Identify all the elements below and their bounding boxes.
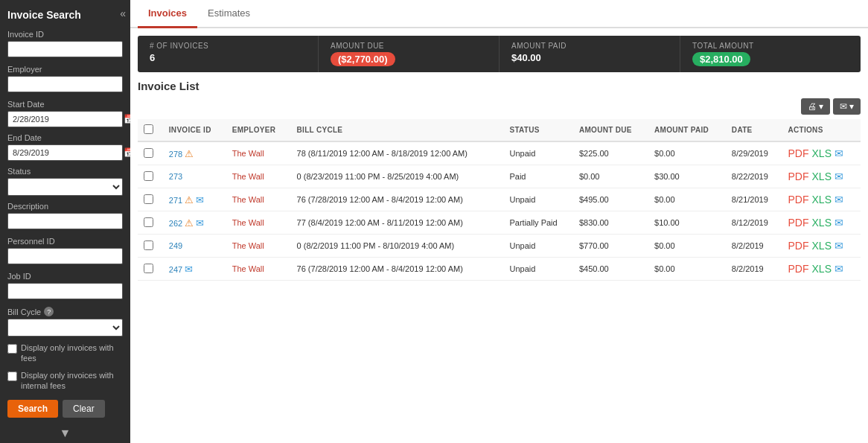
end-date-input[interactable]	[8, 145, 120, 160]
employer-link-278[interactable]: The Wall	[232, 149, 264, 158]
list-toolbar: 🖨 ▾ ✉ ▾	[138, 98, 861, 115]
sidebar-title: Invoice Search	[0, 0, 130, 27]
description-field: Description	[0, 199, 130, 234]
start-date-calendar-icon[interactable]: 📅	[120, 112, 130, 127]
row-actions-cell: PDF XLS ✉	[782, 258, 861, 281]
employer-link-273[interactable]: The Wall	[232, 172, 264, 181]
employer-label: Employer	[7, 65, 123, 74]
send-button[interactable]: ✉ ▾	[833, 98, 861, 115]
total-amount-badge: $2,810.00	[692, 52, 750, 66]
tab-estimates[interactable]: Estimates	[197, 0, 261, 28]
col-date: DATE	[726, 119, 782, 141]
invoice-id-link-247[interactable]: 247	[169, 265, 182, 274]
amount-due-badge: ($2,770.00)	[331, 52, 395, 66]
invoice-id-link-271[interactable]: 271	[169, 196, 182, 205]
row-amount-paid-cell: $30.00	[648, 165, 726, 188]
row-employer-cell: The Wall	[226, 165, 291, 188]
clear-button[interactable]: Clear	[63, 400, 105, 418]
xls-icon-278[interactable]: XLS	[812, 147, 832, 159]
table-row: 262 ⚠ ✉ The Wall 77 (8/4/2019 12:00 AM -…	[138, 211, 861, 235]
start-date-input[interactable]	[8, 112, 120, 127]
row-amount-due-cell: $450.00	[573, 258, 648, 281]
pdf-icon-247[interactable]: PDF	[788, 263, 809, 275]
row-actions-cell: PDF XLS ✉	[782, 188, 861, 211]
select-all-checkbox[interactable]	[144, 124, 153, 134]
xls-icon-271[interactable]: XLS	[812, 194, 832, 205]
col-invoice-id: INVOICE ID	[163, 119, 226, 141]
row-bill-cycle-cell: 77 (8/4/2019 12:00 AM - 8/11/2019 12:00 …	[291, 211, 504, 235]
col-select	[138, 119, 163, 141]
row-checkbox-cell	[138, 211, 163, 235]
end-date-field: End Date 📅	[0, 130, 130, 164]
row-checkbox-278[interactable]	[144, 148, 153, 158]
mail-icon-278[interactable]: ✉	[835, 147, 843, 159]
row-actions-cell: PDF XLS ✉	[782, 165, 861, 188]
mail-icon-273[interactable]: ✉	[835, 170, 843, 182]
summary-amount-due: AMOUNT DUE ($2,770.00)	[319, 36, 500, 72]
summary-total-amount-value: $2,810.00	[692, 52, 849, 66]
pdf-icon-249[interactable]: PDF	[788, 240, 809, 252]
start-date-label: Start Date	[7, 100, 123, 109]
action-icons: PDF XLS ✉	[788, 170, 855, 182]
printer-icon: 🖨	[808, 101, 817, 112]
internal-fees-checkbox[interactable]	[7, 372, 17, 381]
invoice-id-link-278[interactable]: 278	[169, 150, 182, 159]
employer-input[interactable]	[7, 76, 123, 92]
col-status: STATUS	[503, 119, 572, 141]
employer-link-271[interactable]: The Wall	[232, 195, 264, 204]
row-checkbox-273[interactable]	[144, 171, 153, 181]
invoice-id-link-262[interactable]: 262	[169, 219, 182, 228]
job-id-label: Job ID	[7, 272, 123, 281]
sidebar-buttons: Search Clear	[0, 394, 130, 424]
row-id-cell: 278 ⚠	[163, 141, 226, 165]
bill-cycle-info-icon[interactable]: ?	[44, 307, 54, 316]
internal-fees-checkbox-label: Display only invoices with internal fees	[21, 370, 123, 392]
pdf-icon-262[interactable]: PDF	[788, 217, 809, 229]
status-field: Status Unpaid Paid Partially Paid	[0, 164, 130, 199]
fees-checkbox[interactable]	[7, 344, 17, 354]
xls-icon-247[interactable]: XLS	[812, 263, 832, 275]
col-amount-paid: AMOUNT PAID	[648, 119, 726, 141]
row-amount-paid-cell: $0.00	[648, 188, 726, 211]
tab-invoices[interactable]: Invoices	[138, 0, 197, 28]
status-select[interactable]: Unpaid Paid Partially Paid	[7, 178, 123, 196]
xls-icon-249[interactable]: XLS	[812, 240, 832, 252]
employer-link-262[interactable]: The Wall	[232, 218, 264, 227]
employer-link-247[interactable]: The Wall	[232, 264, 264, 273]
xls-icon-262[interactable]: XLS	[812, 217, 832, 229]
mail-icon-249[interactable]: ✉	[835, 240, 843, 252]
search-button[interactable]: Search	[7, 400, 58, 418]
warn-icon: ⚠	[185, 217, 194, 229]
sidebar-collapse-button[interactable]: «	[120, 7, 126, 19]
end-date-calendar-icon[interactable]: 📅	[120, 145, 130, 160]
pdf-icon-278[interactable]: PDF	[788, 147, 809, 159]
send-icon: ✉	[840, 101, 847, 112]
row-actions-cell: PDF XLS ✉	[782, 235, 861, 258]
employer-link-249[interactable]: The Wall	[232, 241, 264, 250]
pdf-icon-271[interactable]: PDF	[788, 194, 809, 205]
invoice-id-link-273[interactable]: 273	[169, 172, 182, 181]
row-checkbox-249[interactable]	[144, 240, 153, 250]
row-checkbox-cell	[138, 258, 163, 281]
description-input[interactable]	[7, 213, 123, 229]
mail-icon-262[interactable]: ✉	[835, 217, 843, 229]
xls-icon-273[interactable]: XLS	[812, 170, 832, 182]
invoice-table: INVOICE ID EMPLOYER BILL CYCLE STATUS AM…	[138, 119, 861, 281]
print-button[interactable]: 🖨 ▾	[801, 98, 830, 115]
invoice-id-input[interactable]	[7, 41, 123, 57]
pdf-icon-273[interactable]: PDF	[788, 170, 809, 182]
personnel-id-input[interactable]	[7, 248, 123, 264]
invoice-id-link-249[interactable]: 249	[169, 241, 182, 250]
mail-icon-271[interactable]: ✉	[835, 194, 843, 205]
row-bill-cycle-cell: 0 (8/23/2019 11:00 PM - 8/25/2019 4:00 A…	[291, 165, 504, 188]
bill-cycle-select[interactable]	[7, 319, 123, 337]
email-icon: ✉	[185, 264, 193, 275]
table-row: 278 ⚠ The Wall 78 (8/11/2019 12:00 AM - …	[138, 141, 861, 165]
job-id-input[interactable]	[7, 283, 123, 299]
mail-icon-247[interactable]: ✉	[835, 263, 843, 275]
row-checkbox-271[interactable]	[144, 194, 153, 204]
summary-amount-due-value: ($2,770.00)	[331, 52, 487, 66]
row-checkbox-262[interactable]	[144, 217, 153, 227]
tabs-bar: Invoices Estimates	[130, 0, 868, 28]
row-checkbox-247[interactable]	[144, 264, 153, 273]
